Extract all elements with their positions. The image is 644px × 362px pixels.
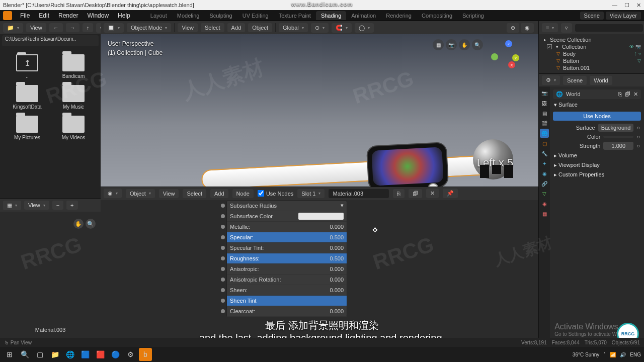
tab-sculpting[interactable]: Sculpting (204, 11, 237, 20)
fb-nav-back[interactable]: ← (49, 23, 63, 32)
fb-nav-fwd[interactable]: → (66, 23, 79, 32)
app-icon[interactable]: 🟥 (94, 348, 107, 361)
use-nodes-checkbox[interactable]: Use Nodes (258, 190, 293, 197)
shader-param-row[interactable]: Subsurface Radius▾ (227, 201, 347, 211)
node-shading-type[interactable]: Object (126, 189, 155, 198)
tray-lang-icon[interactable]: ENG (630, 352, 641, 357)
tab-constraints-icon[interactable]: 🔗 (540, 179, 549, 188)
outliner-item-button[interactable]: ▽ Button ▽ (541, 57, 642, 64)
outliner-item-button001[interactable]: ▽ Button.001 (541, 64, 642, 71)
nav-hand-icon[interactable]: ✋ (459, 39, 470, 50)
custom-props-section-header[interactable]: ▸ Custom Properties (552, 170, 642, 179)
outliner[interactable]: ▸ Scene Collection ✓ ▾ Collection 👁 📷 ▽ … (539, 34, 644, 73)
props-world[interactable]: World (590, 76, 612, 85)
world-datablock-selector[interactable]: 🌐 World ⎘ 🗐 ✕ (553, 89, 641, 99)
material-pin-icon[interactable]: 📌 (443, 189, 458, 198)
overlay-toggle[interactable]: ◉ (521, 23, 534, 33)
shader-param-row[interactable]: Anisotropic:0.000 (227, 264, 347, 275)
ne-view[interactable]: View (159, 189, 179, 198)
node-editor-type-icon[interactable]: ◉ (104, 189, 122, 198)
fb-item-kingsoft[interactable]: KingsoftData (7, 85, 47, 110)
world-copy-icon[interactable]: 🗐 (625, 91, 630, 98)
taskview-icon[interactable]: ▢ (33, 348, 46, 361)
param-value[interactable]: 0.000 (330, 266, 344, 272)
system-tray[interactable]: 36°C Sunny ˄ 📶 🔊 ENG (573, 352, 641, 357)
tab-animation[interactable]: Animation (346, 11, 381, 20)
tab-scripting[interactable]: Scripting (457, 11, 489, 20)
nav-camera-icon[interactable]: 📷 (446, 39, 457, 50)
start-button[interactable]: ⊞ (3, 348, 16, 361)
tab-rendering[interactable]: Rendering (381, 11, 417, 20)
vh-object[interactable]: Object (248, 23, 272, 32)
tab-material-icon[interactable]: ◉ (540, 199, 549, 208)
tab-render-icon[interactable]: 📷 (540, 88, 549, 98)
3d-viewport[interactable]: User Perspective (1) Collection | Cube ▦… (101, 34, 538, 187)
props-scene[interactable]: Scene (563, 76, 587, 85)
material-new-icon[interactable]: ⎘ (393, 189, 405, 198)
material-copy-icon[interactable]: 🗐 (409, 189, 422, 198)
use-nodes-button[interactable]: Use Nodes (553, 112, 641, 121)
tab-modifier-icon[interactable]: 🔧 (540, 149, 549, 158)
pivot-selector[interactable]: ⊙ (311, 23, 329, 33)
outliner-filter-icon[interactable]: ▿ (561, 23, 572, 33)
editor-type-icon[interactable]: ▦ (3, 201, 21, 210)
param-value[interactable]: 0.000 (330, 224, 344, 230)
outliner-search-input[interactable] (575, 24, 643, 32)
tab-output-icon[interactable]: 🖼 (540, 99, 549, 108)
shader-param-row[interactable]: Subsurface Color (227, 211, 347, 222)
param-value[interactable]: 0.000 (330, 245, 344, 251)
collection-visibility-icons[interactable]: 👁 📷 (629, 44, 641, 49)
minimize-button[interactable]: — (612, 2, 617, 9)
fb-item-up[interactable]: ↥ .. (7, 54, 47, 79)
vh-select[interactable]: Select (201, 23, 224, 32)
chrome-icon[interactable]: 🔵 (109, 348, 122, 361)
tray-chevron-icon[interactable]: ˄ (603, 352, 606, 357)
ne-select[interactable]: Select (183, 189, 206, 198)
shader-param-row[interactable]: Specular Tint:0.000 (227, 243, 347, 253)
menu-help[interactable]: Help (114, 11, 134, 20)
vh-add[interactable]: Add (227, 23, 246, 32)
gizmo-toggle[interactable]: ⊕ (507, 23, 519, 33)
tab-data-icon[interactable]: ▽ (540, 189, 549, 198)
tab-uv[interactable]: UV Editing (237, 11, 274, 20)
material-unlink-icon[interactable]: ✕ (426, 189, 439, 198)
proportional-selector[interactable]: ◯ (355, 23, 374, 33)
param-value[interactable]: 0.000 (330, 308, 344, 314)
world-unlink-icon[interactable]: ✕ (633, 91, 638, 98)
search-icon[interactable]: 🔍 (18, 348, 31, 361)
fb-item-mymusic[interactable]: My Music (53, 85, 94, 110)
shader-param-row[interactable]: Anisotropic Rotation:0.000 (227, 275, 347, 285)
close-button[interactable]: ✕ (636, 2, 641, 9)
surface-section-header[interactable]: ▾ Surface (552, 100, 642, 110)
tab-compositing[interactable]: Compositing (417, 11, 457, 20)
ne-add[interactable]: Add (210, 189, 228, 198)
tab-texture[interactable]: Texture Paint (274, 11, 316, 20)
outliner-collection[interactable]: ✓ ▾ Collection 👁 📷 (541, 43, 642, 50)
shader-param-row[interactable]: Sheen:0.000 (227, 285, 347, 296)
fb-item-bandicam[interactable]: Bandicam (53, 54, 94, 79)
color-swatch[interactable] (603, 136, 633, 138)
outliner-type-icon[interactable]: ≡ (542, 23, 558, 32)
weather-widget[interactable]: 36°C Sunny (573, 352, 599, 357)
fb-view2[interactable]: View (24, 201, 49, 210)
fb-editor-type[interactable]: 📁 (3, 23, 23, 33)
viewport-display-section-header[interactable]: ▸ Viewport Display (552, 160, 642, 170)
shader-param-row[interactable]: Specular:0.500 (227, 232, 347, 243)
shader-param-row[interactable]: Clearcoat:0.000 (227, 306, 347, 317)
shader-node-editor[interactable]: ◉ Object View Select Add Node Use Nodes … (101, 187, 538, 339)
tab-physics-icon[interactable]: ◉ (540, 169, 549, 178)
tray-wifi-icon[interactable]: 📶 (610, 352, 616, 357)
tab-particles-icon[interactable]: ✦ (540, 159, 549, 168)
color-swatch[interactable] (298, 213, 344, 220)
material-slot-selector[interactable]: Slot 1 (297, 189, 325, 198)
snap-selector[interactable]: 🧲 (332, 23, 352, 33)
ne-node[interactable]: Node (232, 189, 254, 198)
menu-file[interactable]: File (16, 11, 34, 20)
menu-edit[interactable]: Edit (35, 11, 53, 20)
shader-param-row[interactable]: Roughness:0.500 (227, 253, 347, 264)
param-value[interactable]: 0.000 (330, 287, 344, 293)
menu-window[interactable]: Window (83, 11, 113, 20)
fb-item-mypictures[interactable]: My Pictures (7, 116, 47, 140)
fb-view-menu[interactable]: View (26, 23, 46, 32)
tab-viewlayer-icon[interactable]: ▤ (540, 109, 549, 118)
